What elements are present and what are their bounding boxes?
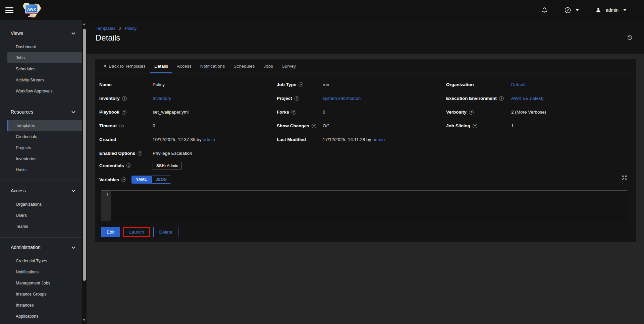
sidebar-item-applications[interactable]: Applications [7,311,82,322]
help-icon[interactable]: ? [312,124,316,128]
sidebar-item-activity-stream[interactable]: Activity Stream [7,74,82,85]
variables-format-json-button[interactable]: JSON [151,176,171,184]
user-menu-button[interactable]: admin [594,7,629,13]
sidebar-group-header-resources[interactable]: Resources [0,107,82,117]
history-button[interactable] [627,34,633,42]
detail-value: 2 (More Verbose) [511,110,546,115]
help-icon[interactable]: ? [469,110,474,115]
sidebar-group-header-views[interactable]: Views [0,28,82,39]
detail-value-text: run [323,82,329,87]
sidebar-item-hosts[interactable]: Hosts [7,164,82,175]
detail-value: AWX EE (latest) [511,96,544,101]
detail-field-playbook: Playbook?set_wallpaper.yml [99,105,277,119]
help-icon[interactable]: ? [299,82,303,87]
sidebar-item-inventories[interactable]: Inventories [7,153,82,164]
sidebar-item-credential-types[interactable]: Credential Types [7,255,82,266]
sidebar-item-organizations[interactable]: Organizations [7,199,82,210]
sidebar-group-views: ViewsDashboardJobsSchedulesActivity Stre… [0,23,82,102]
tab-access[interactable]: Access [172,59,196,73]
detail-value-text: Policy [153,82,165,87]
sidebar-item-instances[interactable]: Instances [7,300,82,311]
sidebar-item-execution-environments[interactable]: Execution Environments [7,322,82,324]
delete-button[interactable]: Delete [153,227,178,237]
help-icon[interactable]: ? [473,124,477,128]
awx-ee-latest-link[interactable]: AWX EE (latest) [511,96,544,101]
help-menu-button[interactable]: ? [562,7,581,14]
help-icon[interactable]: ? [499,96,504,101]
notifications-bell-button[interactable] [539,6,550,14]
admin-link[interactable]: admin [203,137,215,142]
breadcrumb-templates-link[interactable]: Templates [96,26,115,31]
help-icon[interactable]: ? [122,96,127,101]
tab-details[interactable]: Details [150,59,172,73]
variables-code-editor[interactable]: 1 --- [101,190,627,221]
chevron-down-icon [71,32,75,35]
edit-button[interactable]: Edit [101,227,120,237]
detail-label-text: Verbosity [446,110,467,115]
detail-label-text: Job Slicing [446,123,470,128]
variables-label: Variables ? [99,177,126,182]
detail-field-job-slicing: Job Slicing?1 [446,119,630,133]
inventory-link[interactable]: Inventory [153,96,171,101]
detail-value: Inventory [153,96,171,101]
sidebar-scrollbar[interactable] [82,20,87,324]
detail-value-text: 17/12/2025, 14:11:28 by [323,137,372,142]
tab-notifications[interactable]: Notifications [196,59,229,73]
tab-jobs[interactable]: Jobs [259,59,277,73]
expand-editor-button[interactable] [622,175,627,182]
sidebar-item-instance-groups[interactable]: Instance Groups [7,288,82,300]
sidebar-item-templates[interactable]: Templates [7,120,82,131]
chevron-down-icon [71,190,75,192]
sidebar-item-users[interactable]: Users [7,210,82,221]
editor-content[interactable]: --- [111,191,121,221]
scrollbar-down-arrow-icon[interactable] [83,319,86,321]
sidebar-item-schedules[interactable]: Schedules [7,63,82,74]
sidebar-group-items: DashboardJobsSchedulesActivity StreamWor… [7,41,82,96]
sidebar-item-projects[interactable]: Projects [7,142,82,153]
chevron-right-icon [119,26,121,30]
default-link[interactable]: Default [511,82,526,87]
help-icon[interactable]: ? [119,124,124,128]
sidebar-item-teams[interactable]: Teams [7,221,82,232]
breadcrumb-policy-link[interactable]: Policy [125,26,137,31]
help-icon[interactable]: ? [121,177,126,182]
sidebar-group-header-administration[interactable]: Administration [0,242,82,253]
sidebar-item-credentials[interactable]: Credentials [7,131,82,142]
detail-label: Verbosity? [446,110,511,115]
help-icon[interactable]: ? [291,110,296,115]
awx-logo[interactable]: AWX [21,2,43,18]
detail-label-text: Inventory [99,96,120,101]
variables-format-yaml-button[interactable]: YAML [131,176,151,184]
chevron-down-icon [71,246,75,249]
admin-link[interactable]: admin [372,137,385,142]
scrollbar-thumb[interactable] [83,29,86,281]
detail-value-text: 2 (More Verbose) [511,110,546,115]
detail-value-text: 0 [323,110,325,115]
breadcrumb: Templates Policy [96,26,644,31]
help-icon[interactable]: ? [122,110,126,115]
detail-label-text: Created [99,137,116,142]
system-information-link[interactable]: system information [323,96,361,101]
tab-back-to-templates[interactable]: Back to Templates [99,59,150,73]
launch-button[interactable]: Launch [123,227,150,237]
sidebar-item-workflow-approvals[interactable]: Workflow Approvals [7,85,82,96]
help-icon[interactable]: ? [294,96,299,101]
chevron-down-icon [71,111,75,113]
sidebar-item-jobs[interactable]: Jobs [7,52,82,63]
page-title: Details [96,33,644,43]
sidebar-group-label: Resources [11,109,33,115]
sidebar-item-management-jobs[interactable]: Management Jobs [7,277,82,288]
detail-label-text: Execution Environment [446,96,497,101]
sidebar-group-header-access[interactable]: Access [0,185,82,196]
sidebar-item-dashboard[interactable]: Dashboard [7,41,82,52]
detail-value: Policy [153,82,165,87]
detail-value: 1 [511,123,514,128]
tab-survey[interactable]: Survey [277,59,300,73]
scrollbar-up-arrow-icon[interactable] [83,23,86,25]
tab-schedules[interactable]: Schedules [229,59,259,73]
help-icon[interactable]: ? [138,151,142,156]
help-icon[interactable]: ? [126,163,131,168]
detail-label: Created [99,137,153,142]
hamburger-menu-icon[interactable] [5,5,13,16]
sidebar-item-notifications[interactable]: Notifications [7,266,82,277]
